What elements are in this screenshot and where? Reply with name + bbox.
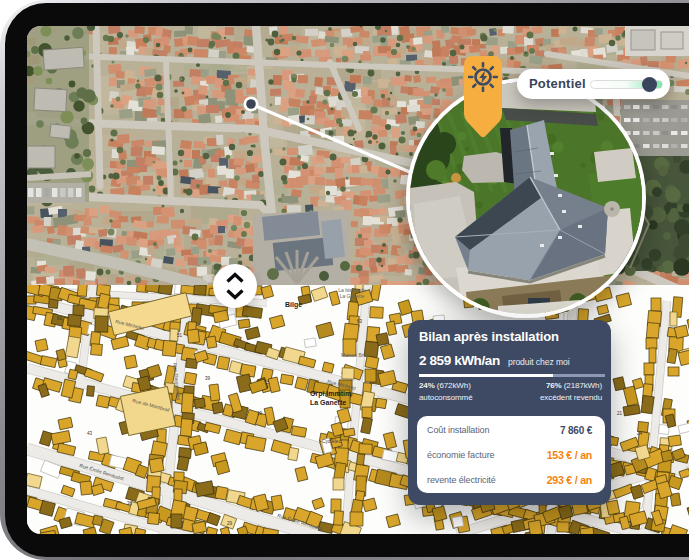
svg-text:21: 21: [617, 411, 623, 416]
svg-text:51: 51: [177, 333, 183, 338]
svg-text:29: 29: [227, 521, 233, 526]
svg-text:24: 24: [637, 431, 643, 436]
svg-text:Maison Brüx: Maison Brüx: [341, 352, 369, 358]
svg-text:La Ganette: La Ganette: [340, 293, 365, 299]
svg-text:36: 36: [127, 501, 133, 506]
svg-text:60: 60: [57, 316, 63, 321]
svg-text:39: 39: [205, 376, 211, 381]
svg-text:Bilge: Bilge: [285, 301, 302, 309]
svg-text:Orpi Immtim: Orpi Immtim: [310, 390, 351, 398]
svg-text:La Ganette: La Ganette: [310, 399, 346, 406]
svg-text:63: 63: [357, 319, 363, 324]
svg-text:43: 43: [87, 431, 93, 436]
svg-text:Cyclelec: Cyclelec: [322, 438, 341, 444]
svg-text:19: 19: [257, 411, 263, 416]
